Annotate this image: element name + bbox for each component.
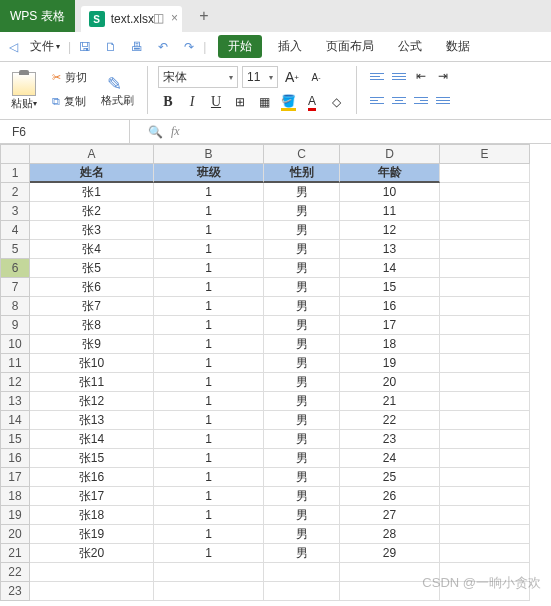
cell[interactable]: [440, 411, 530, 430]
tab-formula[interactable]: 公式: [390, 34, 430, 59]
cell-age-20[interactable]: 28: [340, 525, 440, 544]
cell[interactable]: [154, 582, 264, 601]
bold-button[interactable]: B: [158, 92, 178, 112]
cell-age-8[interactable]: 16: [340, 297, 440, 316]
cell-class-14[interactable]: 1: [154, 411, 264, 430]
cell-age-9[interactable]: 17: [340, 316, 440, 335]
cell-name-3[interactable]: 张2: [30, 202, 154, 221]
row-head-10[interactable]: 10: [0, 335, 30, 354]
search-icon[interactable]: 🔍: [148, 125, 163, 139]
font-color-button[interactable]: A: [302, 92, 322, 112]
row-head-4[interactable]: 4: [0, 221, 30, 240]
tab-page-layout[interactable]: 页面布局: [318, 34, 382, 59]
tab-data[interactable]: 数据: [438, 34, 478, 59]
row-head-3[interactable]: 3: [0, 202, 30, 221]
cell-name-5[interactable]: 张4: [30, 240, 154, 259]
cell-gender-2[interactable]: 男: [264, 183, 340, 202]
cell-age-18[interactable]: 26: [340, 487, 440, 506]
cell-gender-17[interactable]: 男: [264, 468, 340, 487]
cell-class-9[interactable]: 1: [154, 316, 264, 335]
cell-age-10[interactable]: 18: [340, 335, 440, 354]
cell-gender-19[interactable]: 男: [264, 506, 340, 525]
cell[interactable]: [154, 563, 264, 582]
cell-gender-10[interactable]: 男: [264, 335, 340, 354]
cell-gender-5[interactable]: 男: [264, 240, 340, 259]
cell-class-19[interactable]: 1: [154, 506, 264, 525]
cell[interactable]: [440, 354, 530, 373]
underline-button[interactable]: U: [206, 92, 226, 112]
cell-class-11[interactable]: 1: [154, 354, 264, 373]
cell-gender-9[interactable]: 男: [264, 316, 340, 335]
cell-name-9[interactable]: 张8: [30, 316, 154, 335]
cell[interactable]: [440, 164, 530, 183]
cell-age-5[interactable]: 13: [340, 240, 440, 259]
cell-class-12[interactable]: 1: [154, 373, 264, 392]
cell-name-14[interactable]: 张13: [30, 411, 154, 430]
cut-button[interactable]: ✂剪切: [52, 66, 87, 88]
row-head-9[interactable]: 9: [0, 316, 30, 335]
cell-age-13[interactable]: 21: [340, 392, 440, 411]
cell-name-20[interactable]: 张19: [30, 525, 154, 544]
cell-age-3[interactable]: 11: [340, 202, 440, 221]
col-head-D[interactable]: D: [340, 144, 440, 164]
cell-name-15[interactable]: 张14: [30, 430, 154, 449]
cell-class-13[interactable]: 1: [154, 392, 264, 411]
cell-gender-15[interactable]: 男: [264, 430, 340, 449]
cell-gender-7[interactable]: 男: [264, 278, 340, 297]
cell-age-14[interactable]: 22: [340, 411, 440, 430]
header-cell-class[interactable]: 班级: [154, 164, 264, 183]
row-head-6[interactable]: 6: [0, 259, 30, 278]
row-head-16[interactable]: 16: [0, 449, 30, 468]
cell-class-4[interactable]: 1: [154, 221, 264, 240]
col-head-C[interactable]: C: [264, 144, 340, 164]
format-painter-button[interactable]: ✎ 格式刷: [97, 66, 137, 115]
cell-gender-3[interactable]: 男: [264, 202, 340, 221]
cell[interactable]: [440, 240, 530, 259]
cell[interactable]: [340, 582, 440, 601]
row-head-21[interactable]: 21: [0, 544, 30, 563]
qat-print-preview-icon[interactable]: 🗋: [99, 35, 123, 59]
cell-class-17[interactable]: 1: [154, 468, 264, 487]
cell-name-2[interactable]: 张1: [30, 183, 154, 202]
qat-print-icon[interactable]: 🖶: [125, 35, 149, 59]
font-name-select[interactable]: 宋体▾: [158, 66, 238, 88]
cell-gender-14[interactable]: 男: [264, 411, 340, 430]
cell[interactable]: [440, 259, 530, 278]
new-tab-button[interactable]: +: [190, 2, 218, 30]
cell-class-18[interactable]: 1: [154, 487, 264, 506]
header-cell-age[interactable]: 年龄: [340, 164, 440, 183]
cell-name-8[interactable]: 张7: [30, 297, 154, 316]
cell-gender-21[interactable]: 男: [264, 544, 340, 563]
cell-class-10[interactable]: 1: [154, 335, 264, 354]
cell[interactable]: [440, 392, 530, 411]
cell-name-6[interactable]: 张5: [30, 259, 154, 278]
increase-font-button[interactable]: A+: [282, 67, 302, 87]
cell[interactable]: [440, 430, 530, 449]
row-head-18[interactable]: 18: [0, 487, 30, 506]
row-head-13[interactable]: 13: [0, 392, 30, 411]
col-head-A[interactable]: A: [30, 144, 154, 164]
col-head-B[interactable]: B: [154, 144, 264, 164]
align-left-button[interactable]: [367, 90, 387, 110]
tab-start[interactable]: 开始: [218, 35, 262, 58]
cell[interactable]: [440, 221, 530, 240]
decrease-font-button[interactable]: A-: [306, 67, 326, 87]
fill-color-button[interactable]: 🪣: [278, 92, 298, 112]
cell[interactable]: [440, 278, 530, 297]
row-head-1[interactable]: 1: [0, 164, 30, 183]
row-head-5[interactable]: 5: [0, 240, 30, 259]
cell-age-17[interactable]: 25: [340, 468, 440, 487]
cell-name-19[interactable]: 张18: [30, 506, 154, 525]
cell[interactable]: [30, 582, 154, 601]
cell[interactable]: [440, 544, 530, 563]
align-justify-button[interactable]: [433, 90, 453, 110]
row-head-19[interactable]: 19: [0, 506, 30, 525]
cell-class-16[interactable]: 1: [154, 449, 264, 468]
row-head-20[interactable]: 20: [0, 525, 30, 544]
cell[interactable]: [440, 335, 530, 354]
cell-gender-11[interactable]: 男: [264, 354, 340, 373]
cell[interactable]: [264, 563, 340, 582]
cell-age-4[interactable]: 12: [340, 221, 440, 240]
qat-redo-icon[interactable]: ↷: [177, 35, 201, 59]
cell-class-3[interactable]: 1: [154, 202, 264, 221]
